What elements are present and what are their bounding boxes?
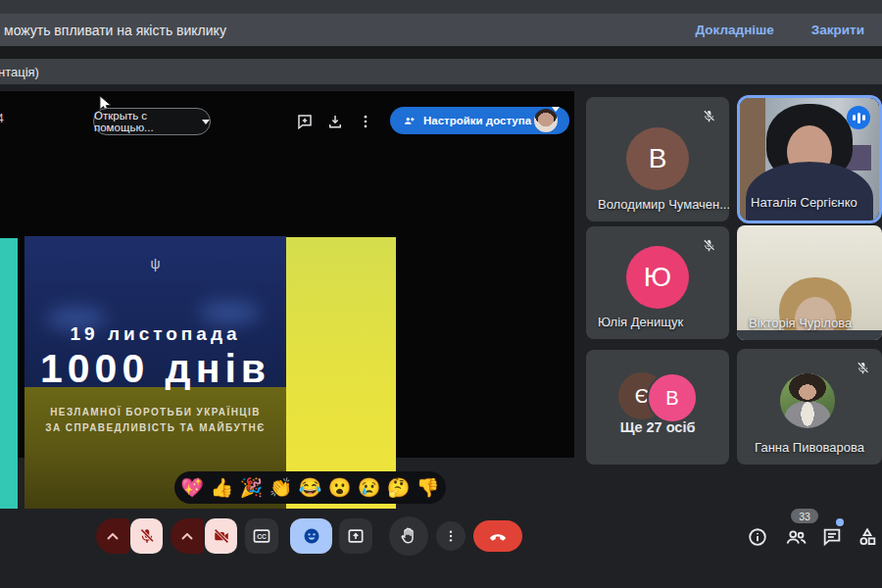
chevron-down-icon — [202, 120, 210, 124]
reaction-party[interactable]: 🎉 — [239, 478, 263, 497]
mic-muted-icon — [702, 238, 716, 253]
shared-screen-area: 4 Открыть с помощью... Настройки доступа — [0, 91, 574, 458]
avatar-initial: Ю — [626, 246, 689, 309]
slide-teal-stripe — [0, 238, 18, 509]
network-warning-banner: можуть впливати на якість виклику Доклад… — [0, 14, 882, 46]
chat-icon[interactable] — [821, 526, 843, 548]
participants-icon[interactable] — [784, 526, 806, 548]
reaction-thinking[interactable]: 🤔 — [387, 478, 411, 497]
reactions-button[interactable] — [290, 518, 332, 554]
more-options-icon[interactable] — [357, 113, 374, 130]
avatar-initial: В — [647, 372, 698, 423]
active-speaker-tile[interactable]: Наталія Сергієнко — [737, 95, 882, 223]
slide-image: ψ 19 листопада 1000 днів НЕЗЛАМНОЇ БОРОТ… — [24, 236, 286, 509]
reaction-thumbs-up[interactable]: 👍 — [210, 478, 233, 497]
participant-tile[interactable]: В Володимир Чумачен... — [586, 97, 729, 221]
present-button[interactable] — [339, 518, 372, 554]
reaction-clap[interactable]: 👏 — [270, 478, 293, 497]
more-participants-label: Ще 27 осіб — [586, 419, 729, 435]
participant-tile[interactable]: Ганна Пивоварова — [737, 349, 882, 465]
end-call-button[interactable] — [473, 520, 522, 552]
mic-options-chevron[interactable] — [96, 518, 129, 554]
reaction-thumbs-down[interactable]: 👎 — [416, 478, 440, 497]
mic-muted-icon — [702, 109, 716, 123]
presentation-title-fragment: нтація) — [0, 65, 39, 79]
share-settings-label: Настройки доступа — [423, 115, 531, 126]
slide-subline-1: НЕЗЛАМНОЇ БОРОТЬБИ УКРАЇНЦІВ — [24, 405, 286, 420]
participant-tile[interactable]: Ю Юлія Денищук — [586, 226, 729, 339]
close-banner-button[interactable]: Закрити — [806, 22, 870, 38]
gap-strip — [0, 46, 882, 59]
meeting-details-icon[interactable] — [747, 526, 768, 548]
activities-icon[interactable] — [857, 526, 878, 548]
more-options-button[interactable] — [436, 521, 466, 551]
svg-text:CC: CC — [257, 533, 267, 540]
participant-tile[interactable]: Вікторія Чурілова — [737, 225, 882, 340]
details-button[interactable]: Докладніше — [690, 22, 780, 38]
slide-yellow-stripe — [286, 237, 396, 509]
banner-actions: Докладніше Закрити — [690, 22, 882, 38]
captions-button[interactable]: CC — [245, 518, 278, 554]
participant-name: Володимир Чумачен... — [598, 197, 729, 212]
reaction-cry[interactable]: 😢 — [358, 478, 381, 497]
mic-muted-icon — [856, 361, 870, 375]
slide-headline: 1000 днів — [24, 346, 286, 392]
chat-notification-dot — [836, 518, 844, 526]
participant-name: Ганна Пивоварова — [737, 440, 882, 455]
participant-name: Юлія Денищук — [598, 315, 683, 329]
camera-off-button[interactable] — [205, 518, 237, 554]
person-add-icon — [402, 114, 416, 128]
open-with-button[interactable]: Открыть с помощью... — [93, 108, 211, 135]
presentation-title-bar: нтація) — [0, 59, 882, 84]
mic-muted-button[interactable] — [130, 518, 163, 554]
more-participants-tile[interactable]: Є В Ще 27 осіб — [586, 350, 729, 465]
banner-message: можуть впливати на якість виклику — [4, 23, 226, 38]
reaction-heart[interactable]: 💖 — [180, 478, 204, 497]
top-strip — [0, 0, 882, 14]
download-icon[interactable] — [326, 113, 344, 130]
participants-count-badge: 33 — [791, 509, 818, 523]
avatar-initial: В — [626, 127, 689, 190]
open-with-label: Открыть с помощью... — [94, 110, 195, 133]
reaction-laugh[interactable]: 😂 — [299, 478, 322, 497]
participant-name: Вікторія Чурілова — [749, 316, 852, 330]
participant-name: Наталія Сергієнко — [751, 195, 858, 210]
reactions-bar: 💖 👍 🎉 👏 😂 😮 😢 🤔 👎 — [174, 471, 446, 504]
tryzub-emblem: ψ — [24, 256, 286, 271]
camera-options-chevron[interactable] — [171, 518, 204, 554]
reaction-surprised[interactable]: 😮 — [328, 478, 352, 497]
account-avatar[interactable] — [534, 109, 558, 132]
raise-hand-button[interactable] — [389, 516, 428, 556]
avatar — [780, 373, 835, 428]
slide-subline-2: ЗА СПРАВЕДЛИВІСТЬ ТА МАЙБУТНЄ — [24, 420, 286, 436]
speaking-indicator-icon — [847, 106, 870, 129]
slide-date: 19 листопада — [24, 323, 286, 345]
meet-window: можуть впливати на якість виклику Доклад… — [0, 0, 882, 588]
page-indicator-fragment: 4 — [0, 112, 4, 125]
add-comment-icon[interactable] — [296, 113, 314, 130]
